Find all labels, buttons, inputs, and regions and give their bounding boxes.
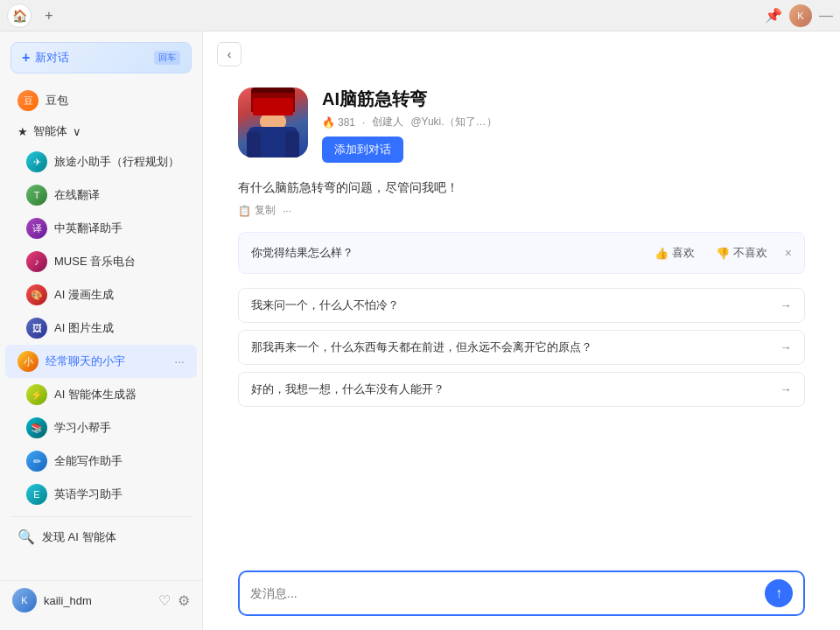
writing-helper-avatar: ✏ — [26, 451, 47, 472]
sidebar-item-xiayu[interactable]: 小 经常聊天的小宇 ··· — [5, 345, 197, 378]
sidebar-item-ai-comic[interactable]: 🎨 AI 漫画生成 — [5, 278, 197, 312]
sidebar-item-label: 英语学习助手 — [54, 486, 185, 502]
like-button[interactable]: 👍 喜欢 — [648, 242, 702, 264]
sidebar-item-writing-helper[interactable]: ✏ 全能写作助手 — [5, 444, 197, 478]
main-layout: + 新对话 回车 豆 豆包 ★ 智能体 ∨ ✈ 旅途小助手（行程规划） T 在线… — [0, 32, 840, 630]
sidebar: + 新对话 回车 豆 豆包 ★ 智能体 ∨ ✈ 旅途小助手（行程规划） T 在线… — [0, 32, 203, 630]
sidebar-item-label: MUSE 音乐电台 — [54, 254, 185, 270]
sidebar-item-label: AI 漫画生成 — [54, 287, 185, 303]
titlebar-controls: 📌 K — — [765, 4, 833, 27]
input-wrapper: ↑ — [238, 570, 805, 616]
new-tab-icon: + — [45, 8, 52, 24]
new-tab-button[interactable]: + — [38, 5, 60, 26]
bot-info-card: AI脑筋急转弯 🔥 381 · 创建人 @Yuki.（知了…） 添加到对话 — [238, 88, 805, 163]
suggestion-text-2: 好的，我想一想，什么车没有人能开？ — [251, 382, 444, 397]
like-label: 喜欢 — [672, 245, 695, 261]
bot-name: AI脑筋急转弯 — [322, 88, 805, 111]
more-icon: ··· — [283, 205, 291, 217]
sidebar-item-label: 在线翻译 — [54, 187, 185, 203]
study-helper-avatar: 📚 — [26, 417, 47, 438]
dislike-button[interactable]: 👎 不喜欢 — [709, 242, 774, 264]
cn-translator-avatar: 译 — [26, 218, 47, 239]
footer-icons: ♡ ⚙ — [158, 592, 190, 609]
new-chat-shortcut: 回车 — [154, 51, 180, 65]
heart-icon[interactable]: ♡ — [158, 592, 171, 609]
sidebar-item-ai-generator[interactable]: ⚡ AI 智能体生成器 — [5, 378, 197, 411]
feedback-bar: 你觉得结果怎么样？ 👍 喜欢 👎 不喜欢 × — [238, 232, 805, 274]
trip-planner-avatar: ✈ — [26, 151, 47, 172]
suggestion-item-1[interactable]: 那我再来一个，什么东西每天都在前进，但永远不会离开它的原点？ → — [238, 330, 805, 365]
sidebar-item-label: 经常聊天的小宇 — [46, 354, 167, 369]
chat-actions: 📋 复制 ··· — [238, 203, 805, 218]
sidebar-item-translator[interactable]: T 在线翻译 — [5, 178, 197, 212]
plus-icon: + — [22, 50, 30, 66]
send-button[interactable]: ↑ — [765, 579, 793, 607]
back-button[interactable]: ‹ — [217, 42, 242, 66]
send-icon: ↑ — [775, 585, 782, 601]
copy-button[interactable]: 📋 复制 — [238, 203, 276, 218]
settings-icon[interactable]: ⚙ — [178, 592, 190, 609]
avatar-text: K — [797, 10, 803, 21]
feedback-buttons: 👍 喜欢 👎 不喜欢 × — [648, 242, 792, 264]
sidebar-item-study-helper[interactable]: 📚 学习小帮手 — [5, 411, 197, 444]
feedback-close-button[interactable]: × — [785, 246, 792, 260]
more-options-icon[interactable]: ··· — [174, 354, 185, 368]
sidebar-item-label: 智能体 — [33, 123, 67, 139]
sidebar-item-label: AI 图片生成 — [54, 320, 185, 336]
expand-icon: ∨ — [73, 125, 81, 138]
sidebar-divider — [10, 516, 192, 517]
doubao-avatar: 豆 — [18, 90, 38, 111]
sidebar-item-label: AI 智能体生成器 — [54, 387, 185, 402]
sidebar-item-english-helper[interactable]: E 英语学习助手 — [5, 478, 197, 511]
sidebar-item-label: 中英翻译助手 — [54, 220, 185, 236]
back-icon: ‹ — [228, 47, 232, 61]
feedback-question: 你觉得结果怎么样？ — [251, 245, 648, 261]
discover-label: 发现 AI 智能体 — [42, 529, 185, 545]
sidebar-item-smart-agent[interactable]: ★ 智能体 ∨ — [5, 117, 197, 145]
chat-intro-message: 有什么脑筋急转弯的问题，尽管问我吧！ — [238, 180, 805, 196]
home-icon: 🏠 — [12, 9, 27, 23]
followers-count: 381 — [338, 116, 355, 129]
sidebar-item-cn-translator[interactable]: 译 中英翻译助手 — [5, 212, 197, 245]
sidebar-item-muse-radio[interactable]: ♪ MUSE 音乐电台 — [5, 245, 197, 278]
copy-icon: 📋 — [238, 205, 251, 217]
titlebar: 🏠 + 📌 K — — [0, 0, 840, 32]
copy-label: 复制 — [255, 203, 276, 218]
bot-meta: 🔥 381 · 创建人 @Yuki.（知了…） — [322, 115, 805, 130]
user-avatar-button[interactable]: K — [789, 4, 812, 27]
discover-icon: 🔍 — [18, 528, 35, 545]
suggestion-arrow-1: → — [780, 340, 792, 354]
sidebar-item-doubao[interactable]: 豆 豆包 — [5, 84, 197, 117]
suggestion-item-0[interactable]: 我来问一个，什么人不怕冷？ → — [238, 288, 805, 323]
bot-avatar — [238, 88, 308, 158]
sidebar-item-ai-photo[interactable]: 🖼 AI 图片生成 — [5, 312, 197, 345]
thumbs-down-icon: 👎 — [716, 247, 730, 260]
chat-area: ‹ AI脑筋急转弯 — [203, 32, 840, 630]
star-icon: ★ — [18, 125, 28, 138]
bot-followers: 🔥 381 — [322, 116, 355, 129]
minimize-button[interactable]: — — [819, 8, 833, 24]
suggestion-item-2[interactable]: 好的，我想一想，什么车没有人能开？ → — [238, 372, 805, 407]
footer-user-avatar: K — [12, 588, 37, 612]
muse-radio-avatar: ♪ — [26, 251, 47, 272]
suggestion-arrow-2: → — [780, 382, 792, 396]
sidebar-item-discover[interactable]: 🔍 发现 AI 智能体 — [5, 522, 197, 551]
add-to-chat-button[interactable]: 添加到对话 — [322, 136, 403, 163]
sidebar-item-trip-planner[interactable]: ✈ 旅途小助手（行程规划） — [5, 145, 197, 178]
creator-name: @Yuki.（知了…） — [410, 115, 496, 130]
suggestion-text-0: 我来问一个，什么人不怕冷？ — [251, 298, 399, 313]
message-input[interactable] — [250, 586, 765, 600]
home-button[interactable]: 🏠 — [7, 4, 32, 28]
more-button[interactable]: ··· — [283, 205, 291, 217]
pin-button[interactable]: 📌 — [765, 7, 782, 24]
dislike-label: 不喜欢 — [733, 245, 767, 261]
chat-content: AI脑筋急转弯 🔥 381 · 创建人 @Yuki.（知了…） 添加到对话 有什… — [203, 77, 840, 560]
new-chat-label: 新对话 — [35, 50, 69, 66]
chat-input-area: ↑ — [203, 560, 840, 630]
sidebar-item-label: 旅途小助手（行程规划） — [54, 154, 185, 170]
ai-photo-avatar: 🖼 — [26, 318, 47, 339]
sidebar-item-label: 学习小帮手 — [54, 420, 185, 436]
sidebar-item-label: 豆包 — [46, 93, 185, 108]
sidebar-item-label: 全能写作助手 — [54, 453, 185, 469]
new-chat-button[interactable]: + 新对话 回车 — [10, 42, 192, 74]
